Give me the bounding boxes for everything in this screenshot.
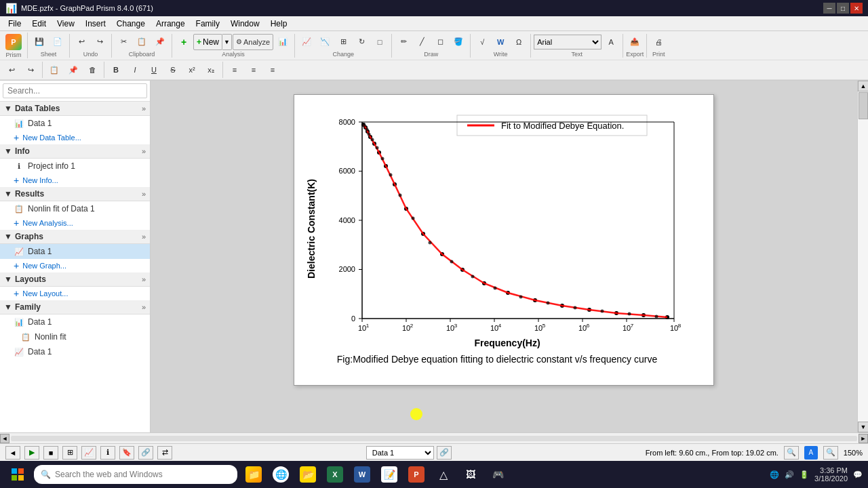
analyze-btn[interactable]: ⚙ Analyze: [233, 34, 273, 50]
maximize-button[interactable]: □: [837, 3, 849, 14]
sidebar-new-info[interactable]: + New Info...: [0, 174, 150, 187]
new-table-btn[interactable]: +: [175, 34, 193, 50]
taskbar-search-box[interactable]: 🔍: [34, 465, 237, 484]
family-header[interactable]: ▼ Family »: [0, 300, 150, 314]
text-color-btn[interactable]: A: [602, 34, 620, 50]
menu-insert[interactable]: Insert: [80, 18, 111, 30]
data-tables-header[interactable]: ▼ Data Tables »: [0, 102, 150, 116]
undo-btn[interactable]: ↩: [73, 34, 90, 50]
sidebar-item-nonlin-fit[interactable]: 📋 Nonlin fit of Data 1: [0, 201, 150, 216]
save-as-btn[interactable]: 📄: [49, 34, 66, 50]
layouts-header[interactable]: ▼ Layouts »: [0, 272, 150, 287]
status-arrows-btn[interactable]: ⇄: [157, 446, 172, 460]
write-word[interactable]: W: [492, 34, 509, 50]
scroll-up-btn[interactable]: ▲: [858, 81, 868, 92]
italic-btn[interactable]: I: [126, 62, 144, 78]
scroll-down-btn[interactable]: ▼: [858, 422, 868, 432]
align-right-btn[interactable]: ≡: [264, 62, 281, 78]
search-status-btn[interactable]: 🔍: [784, 446, 799, 460]
status-bookmark-btn[interactable]: 🔖: [119, 446, 134, 460]
menu-change[interactable]: Change: [111, 18, 151, 30]
sidebar-item-family-data1b[interactable]: 📈 Data 1: [0, 344, 150, 359]
menu-file[interactable]: File: [3, 18, 26, 30]
write-sqrt[interactable]: √: [473, 34, 491, 50]
sidebar-new-data-table[interactable]: + New Data Table...: [0, 131, 150, 144]
font-select[interactable]: Arial: [534, 35, 601, 49]
scroll-right-btn[interactable]: ►: [859, 434, 868, 443]
start-button[interactable]: [5, 462, 30, 487]
taskbar-app-powerpoint[interactable]: P: [404, 462, 429, 487]
results-btn[interactable]: 📊: [274, 34, 292, 50]
family-expand[interactable]: »: [142, 303, 146, 311]
cut-btn[interactable]: ✂: [115, 34, 132, 50]
close-button[interactable]: ✕: [850, 3, 863, 14]
copy-btn[interactable]: 📋: [133, 34, 151, 50]
sidebar-item-data1[interactable]: 📊 Data 1: [0, 116, 150, 131]
h-scroll-track[interactable]: [11, 436, 857, 441]
redo-btn[interactable]: ↪: [91, 34, 108, 50]
graphs-header[interactable]: ▼ Graphs »: [0, 230, 150, 244]
status-stop-btn[interactable]: ■: [43, 446, 58, 460]
status-info-btn[interactable]: ℹ: [100, 446, 115, 460]
align-left-btn[interactable]: ≡: [226, 62, 243, 78]
search-input[interactable]: [3, 83, 147, 98]
sidebar-item-family-data1[interactable]: 📊 Data 1: [0, 314, 150, 329]
link-btn[interactable]: 🔗: [437, 446, 452, 460]
new-btn-dropdown[interactable]: ▼: [222, 34, 232, 50]
print-btn[interactable]: 🖨: [650, 34, 667, 50]
taskbar-app-drive[interactable]: △: [431, 462, 456, 487]
minimize-button[interactable]: ─: [823, 3, 835, 14]
sidebar-new-graph[interactable]: + New Graph...: [0, 259, 150, 272]
menu-help[interactable]: Help: [265, 18, 293, 30]
change-btn3[interactable]: ⊞: [334, 34, 352, 50]
menu-family[interactable]: Family: [191, 18, 225, 30]
color-status-btn[interactable]: A: [804, 446, 818, 460]
underline-btn[interactable]: U: [145, 62, 163, 78]
layouts-expand[interactable]: »: [142, 275, 146, 283]
sidebar-item-family-nonlin[interactable]: 📋 Nonlin fit: [0, 329, 150, 344]
status-graph-btn[interactable]: 📈: [81, 446, 96, 460]
taskbar-search-input[interactable]: [55, 470, 231, 479]
zoom-out-btn[interactable]: 🔍: [823, 446, 838, 460]
taskbar-app-notepad[interactable]: 📝: [377, 462, 401, 487]
menu-view[interactable]: View: [52, 18, 80, 30]
strikethrough-btn[interactable]: S: [164, 62, 182, 78]
superscript-btn[interactable]: x²: [183, 62, 201, 78]
change-btn4[interactable]: ↻: [353, 34, 370, 50]
bold-btn[interactable]: B: [107, 62, 125, 78]
new-btn[interactable]: + New: [193, 34, 222, 50]
sidebar-item-graph-data1[interactable]: 📈 Data 1: [0, 244, 150, 259]
scroll-thumb[interactable]: [859, 92, 868, 119]
copy2-btn[interactable]: 📋: [45, 62, 63, 78]
taskbar-app-excel[interactable]: X: [323, 462, 347, 487]
draw-shape[interactable]: ◻: [431, 34, 449, 50]
format-undo[interactable]: ↩: [3, 62, 20, 78]
sidebar-item-project-info[interactable]: ℹ Project info 1: [0, 159, 150, 174]
subscript-btn[interactable]: x₂: [202, 62, 220, 78]
data-tables-expand[interactable]: »: [142, 104, 146, 113]
draw-pen[interactable]: ✏: [395, 34, 412, 50]
menu-window[interactable]: Window: [225, 18, 265, 30]
taskbar-app-game[interactable]: 🎮: [486, 462, 510, 487]
change-btn5[interactable]: □: [371, 34, 389, 50]
scroll-left-btn[interactable]: ◄: [0, 434, 9, 443]
prism-logo[interactable]: P: [3, 33, 24, 52]
taskbar-app-explorer[interactable]: 📁: [241, 462, 266, 487]
delete-btn[interactable]: 🗑: [83, 62, 101, 78]
taskbar-app-chrome[interactable]: 🌐: [269, 462, 293, 487]
results-expand[interactable]: »: [142, 190, 146, 198]
info-header[interactable]: ▼ Info »: [0, 144, 150, 159]
menu-edit[interactable]: Edit: [26, 18, 52, 30]
graph-container[interactable]: Dielectric Constant(K) Fit to Modified D…: [294, 94, 714, 386]
sidebar-new-analysis[interactable]: + New Analysis...: [0, 216, 150, 230]
align-center-btn[interactable]: ≡: [245, 62, 262, 78]
write-special[interactable]: Ω: [510, 34, 528, 50]
results-header[interactable]: ▼ Results »: [0, 187, 150, 201]
info-expand[interactable]: »: [142, 147, 146, 155]
paste2-btn[interactable]: 📌: [64, 62, 82, 78]
export-btn[interactable]: 📤: [626, 34, 644, 50]
draw-fill[interactable]: 🪣: [450, 34, 467, 50]
paste-btn[interactable]: 📌: [151, 34, 169, 50]
taskbar-app-files[interactable]: 📂: [296, 462, 320, 487]
status-prev-btn[interactable]: ◄: [5, 446, 20, 460]
